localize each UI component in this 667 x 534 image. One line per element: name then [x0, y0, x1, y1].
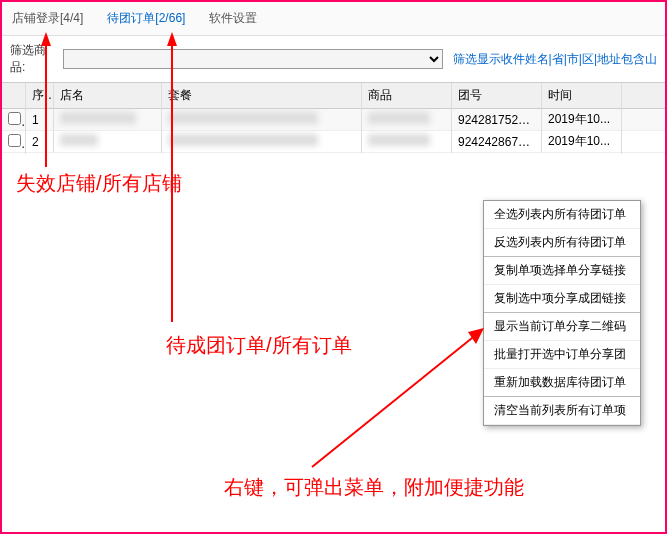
row-checkbox[interactable] [8, 134, 21, 147]
order-table: 序号 店名 套餐 商品 团号 时间 1 92428175237... 2019年… [2, 82, 665, 153]
cell-time: 2019年10... [542, 129, 622, 154]
col-pkg[interactable]: 套餐 [162, 83, 362, 108]
annotation-2: 待成团订单/所有订单 [166, 332, 352, 359]
tab-pending-orders[interactable]: 待团订单[2/66] [105, 6, 187, 31]
menu-invert-select[interactable]: 反选列表内所有待团订单 [484, 229, 640, 257]
col-time[interactable]: 时间 [542, 83, 622, 108]
product-filter-select[interactable] [63, 49, 443, 69]
menu-copy-single-link[interactable]: 复制单项选择单分享链接 [484, 257, 640, 285]
menu-show-qrcode[interactable]: 显示当前订单分享二维码 [484, 313, 640, 341]
row-checkbox[interactable] [8, 112, 21, 125]
annotation-3: 右键，可弹出菜单，附加便捷功能 [224, 474, 524, 501]
filter-label: 筛选商品: [10, 42, 59, 76]
tab-bar: 店铺登录[4/4] 待团订单[2/66] 软件设置 [2, 2, 665, 36]
cell-group: 92424286724... [452, 131, 542, 153]
annotation-1: 失效店铺/所有店铺 [16, 170, 182, 197]
context-menu: 全选列表内所有待团订单 反选列表内所有待团订单 复制单项选择单分享链接 复制选中… [483, 200, 641, 426]
svg-marker-5 [468, 328, 484, 344]
menu-clear[interactable]: 清空当前列表所有订单项 [484, 397, 640, 425]
menu-reload[interactable]: 重新加载数据库待团订单 [484, 369, 640, 397]
filter-row: 筛选商品: 筛选显示收件姓名|省|市|区|地址包含山 [2, 36, 665, 82]
table-row[interactable]: 2 92424286724... 2019年10... [2, 131, 665, 153]
menu-batch-open[interactable]: 批量打开选中订单分享团 [484, 341, 640, 369]
tab-shop-login[interactable]: 店铺登录[4/4] [10, 6, 85, 31]
menu-select-all[interactable]: 全选列表内所有待团订单 [484, 201, 640, 229]
filter-display-link[interactable]: 筛选显示收件姓名|省|市|区|地址包含山 [453, 51, 657, 68]
table-row[interactable]: 1 92428175237... 2019年10... [2, 109, 665, 131]
cell-group: 92428175237... [452, 109, 542, 131]
menu-copy-selected-link[interactable]: 复制选中项分享成团链接 [484, 285, 640, 313]
col-prod[interactable]: 商品 [362, 83, 452, 108]
col-group[interactable]: 团号 [452, 83, 542, 108]
col-shop[interactable]: 店名 [54, 83, 162, 108]
col-seq[interactable]: 序号 [26, 83, 54, 108]
svg-line-4 [312, 334, 477, 467]
table-header: 序号 店名 套餐 商品 团号 时间 [2, 83, 665, 109]
tab-software-settings[interactable]: 软件设置 [207, 6, 259, 31]
